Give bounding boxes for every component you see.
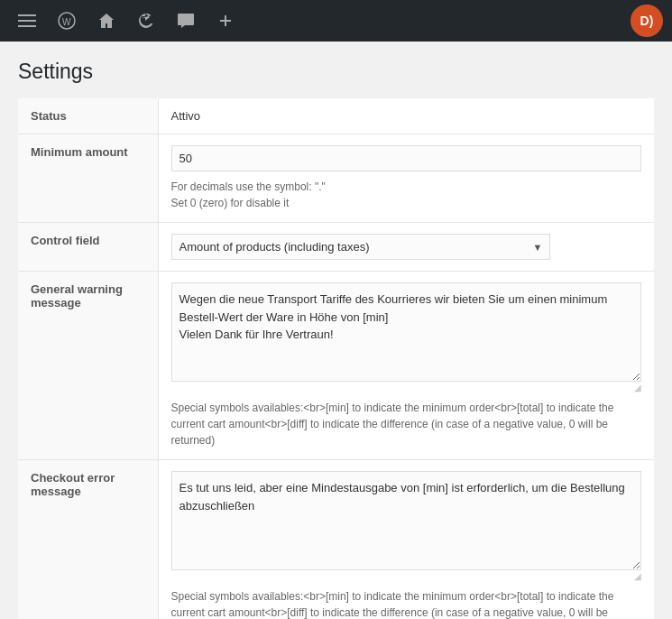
control-field-select[interactable]: Amount of products (including taxes) [171,234,550,260]
control-field-value-cell: Amount of products (including taxes) ▼ [158,223,654,272]
menu-icon[interactable] [9,0,45,42]
minimum-amount-label: Minimum amount [18,134,158,223]
status-row: Status Attivo [18,98,654,134]
checkout-error-row: Checkout error message Es tut uns leid, … [18,460,654,620]
svg-rect-0 [18,14,36,16]
svg-text:W: W [62,17,71,27]
minimum-amount-value-cell: For decimals use the symbol: "." Set 0 (… [158,134,654,223]
textarea-resize-handle: ◢ [171,383,642,393]
general-warning-value-cell: Wegen die neue Transport Tariffe des Kou… [158,272,654,460]
checkout-textarea-resize-handle: ◢ [171,572,642,581]
svg-rect-2 [18,25,36,27]
general-warning-row: General warning message Wegen die neue T… [18,272,654,460]
checkout-error-label: Checkout error message [18,460,158,620]
user-avatar[interactable]: D) [627,0,663,42]
control-field-row: Control field Amount of products (includ… [18,223,654,272]
minimum-amount-input[interactable] [171,145,642,171]
checkout-error-value-cell: Es tut uns leid, aber eine Mindestausgab… [158,460,654,620]
status-label: Status [18,98,158,134]
refresh-icon[interactable] [128,0,164,42]
minimum-amount-helper: For decimals use the symbol: "." Set 0 (… [171,179,642,211]
home-icon[interactable] [88,0,124,42]
status-text: Attivo [171,109,201,123]
page-content: Settings Status Attivo Minimum amount Fo… [0,42,672,619]
helper-line1: For decimals use the symbol: "." [171,180,326,193]
settings-table: Status Attivo Minimum amount For decimal… [18,98,654,619]
svg-rect-1 [18,20,36,22]
checkout-error-textarea[interactable]: Es tut uns leid, aber eine Mindestausgab… [171,471,642,570]
status-value: Attivo [158,98,654,134]
top-nav: W D) [0,0,672,42]
general-warning-symbol-note: Special symbols availables:<br>[min] to … [171,400,642,448]
general-warning-textarea[interactable]: Wegen die neue Transport Tariffe des Kou… [171,282,642,382]
avatar-badge: D) [631,5,663,37]
general-warning-label: General warning message [18,272,158,460]
comment-icon[interactable] [168,0,204,42]
checkout-error-symbol-note: Special symbols availables:<br>[min] to … [171,588,642,619]
wordpress-icon[interactable]: W [49,0,85,42]
plus-icon[interactable] [207,0,244,42]
helper-line2: Set 0 (zero) for disable it [171,197,290,209]
control-select-wrapper: Amount of products (including taxes) ▼ [171,234,550,260]
page-title: Settings [18,60,654,84]
minimum-amount-row: Minimum amount For decimals use the symb… [18,134,654,223]
control-field-label: Control field [18,223,158,272]
